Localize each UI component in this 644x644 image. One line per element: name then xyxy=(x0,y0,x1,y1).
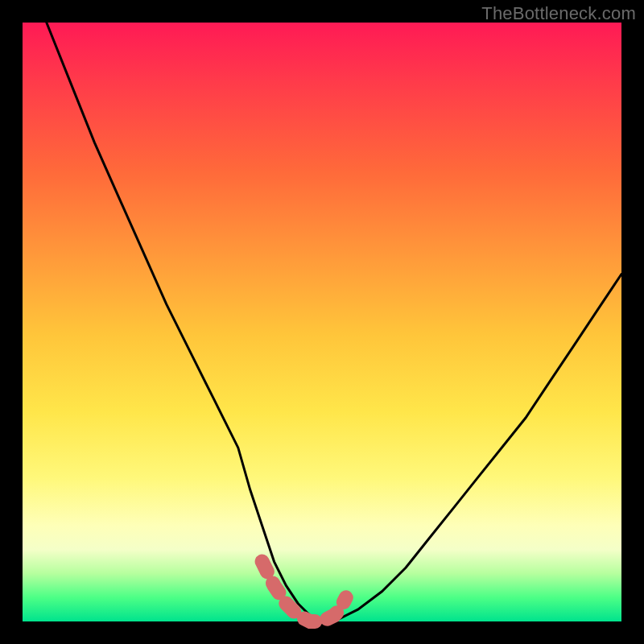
chart-svg xyxy=(23,23,621,621)
chart-frame: TheBottleneck.com xyxy=(0,0,644,644)
watermark-text: TheBottleneck.com xyxy=(481,3,636,24)
sweet-spot-highlight xyxy=(262,562,346,621)
bottleneck-curve xyxy=(47,23,621,621)
chart-plot-area xyxy=(23,23,621,621)
